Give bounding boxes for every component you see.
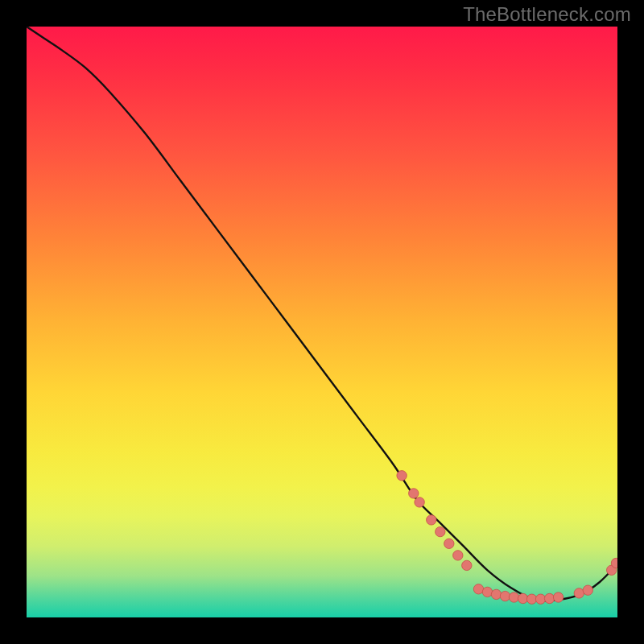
data-marker (397, 471, 407, 481)
data-marker (444, 539, 454, 548)
data-marker (473, 584, 483, 594)
data-marker (453, 551, 463, 560)
data-marker (462, 560, 472, 570)
curve-line (27, 27, 617, 601)
watermark-text: TheBottleneck.com (463, 3, 631, 26)
data-marker (544, 593, 554, 603)
data-marker (535, 594, 545, 604)
data-marker (518, 593, 527, 603)
data-marker (574, 588, 584, 598)
data-marker (509, 592, 518, 602)
data-marker (583, 585, 592, 595)
data-marker (482, 587, 492, 597)
data-marker (526, 594, 536, 604)
chart-svg (27, 27, 617, 617)
plot-area (27, 27, 617, 617)
data-marker (553, 592, 563, 602)
data-marker (500, 591, 510, 601)
data-marker (409, 489, 419, 498)
markers-group (397, 471, 617, 605)
chart-frame: TheBottleneck.com (0, 0, 644, 644)
data-marker (415, 497, 424, 507)
data-marker (427, 515, 436, 525)
data-marker (436, 526, 445, 536)
data-marker (491, 589, 501, 599)
